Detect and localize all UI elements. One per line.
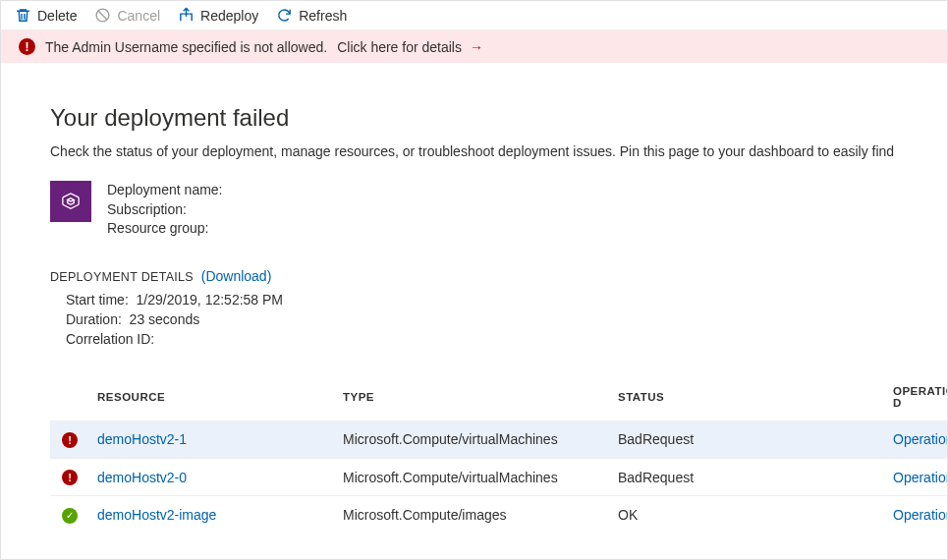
cancel-icon — [94, 7, 111, 24]
refresh-icon — [276, 7, 293, 24]
table-row[interactable]: demoHostv2-1Microsoft.Compute/virtualMac… — [50, 420, 947, 458]
col-operation[interactable]: Operation d — [885, 377, 947, 421]
operation-details-link[interactable]: Operation d — [893, 431, 947, 447]
download-link[interactable]: (Download) — [201, 268, 272, 284]
col-resource[interactable]: Resource — [89, 377, 335, 421]
resource-type: Microsoft.Compute/images — [335, 496, 610, 533]
resource-group-icon — [50, 181, 91, 222]
resource-link[interactable]: demoHostv2-image — [97, 507, 216, 523]
col-type[interactable]: Type — [335, 377, 610, 421]
banner-text: The Admin Username specified is not allo… — [45, 39, 327, 55]
details-heading-text: DEPLOYMENT DETAILS — [50, 270, 194, 284]
resource-group-label: Resource group: — [107, 219, 223, 239]
banner-link-label: Click here for details — [337, 39, 462, 55]
redeploy-icon — [178, 7, 195, 24]
error-icon: ! — [19, 38, 35, 55]
deployment-details-values: Start time: 1/29/2019, 12:52:58 PM Durat… — [66, 290, 947, 350]
operation-details-link[interactable]: Operation d — [893, 470, 947, 485]
success-icon — [62, 508, 78, 524]
trash-icon — [15, 7, 31, 24]
page-subtitle: Check the status of your deployment, man… — [50, 143, 947, 159]
resource-status: BadRequest — [610, 420, 885, 458]
deployment-panel: Delete Cancel Redeploy Refresh ! The Adm… — [0, 0, 948, 560]
deployment-details-heading: DEPLOYMENT DETAILS (Download) — [50, 268, 947, 284]
deployment-name-label: Deployment name: — [107, 181, 223, 200]
banner-details-link[interactable]: Click here for details → — [337, 39, 483, 55]
operation-details-link[interactable]: Operation d — [893, 507, 947, 523]
refresh-label: Refresh — [299, 8, 347, 24]
arrow-right-icon: → — [470, 39, 483, 55]
error-icon — [62, 470, 78, 485]
resource-type: Microsoft.Compute/virtualMachines — [335, 420, 610, 458]
table-row[interactable]: demoHostv2-0Microsoft.Compute/virtualMac… — [50, 458, 947, 495]
cancel-button: Cancel — [94, 7, 160, 24]
error-banner: ! The Admin Username specified is not al… — [1, 30, 947, 63]
resource-status: OK — [610, 496, 885, 533]
subscription-label: Subscription: — [107, 200, 223, 220]
resource-link[interactable]: demoHostv2-1 — [97, 431, 187, 447]
correlation-id-label: Correlation ID: — [66, 331, 154, 347]
content: Your deployment failed Check the status … — [1, 63, 947, 533]
duration-label: Duration: — [66, 311, 122, 327]
redeploy-button[interactable]: Redeploy — [178, 7, 258, 24]
redeploy-label: Redeploy — [200, 8, 258, 24]
deployment-meta: Deployment name: Subscription: Resource … — [50, 181, 947, 239]
page-title: Your deployment failed — [50, 104, 947, 132]
col-status[interactable]: Status — [610, 377, 885, 421]
delete-label: Delete — [37, 8, 77, 24]
start-time-label: Start time: — [66, 292, 129, 308]
delete-button[interactable]: Delete — [15, 7, 77, 24]
refresh-button[interactable]: Refresh — [276, 7, 347, 24]
error-icon — [62, 432, 78, 448]
table-row[interactable]: demoHostv2-imageMicrosoft.Compute/images… — [50, 496, 947, 533]
start-time-value: 1/29/2019, 12:52:58 PM — [137, 292, 283, 308]
duration-value: 23 seconds — [130, 311, 200, 327]
resources-table: Resource Type Status Operation d demoHos… — [50, 377, 947, 533]
resource-link[interactable]: demoHostv2-0 — [97, 470, 187, 485]
resource-type: Microsoft.Compute/virtualMachines — [335, 458, 610, 495]
toolbar: Delete Cancel Redeploy Refresh — [1, 1, 947, 30]
resource-status: BadRequest — [610, 458, 885, 495]
cancel-label: Cancel — [117, 8, 160, 24]
